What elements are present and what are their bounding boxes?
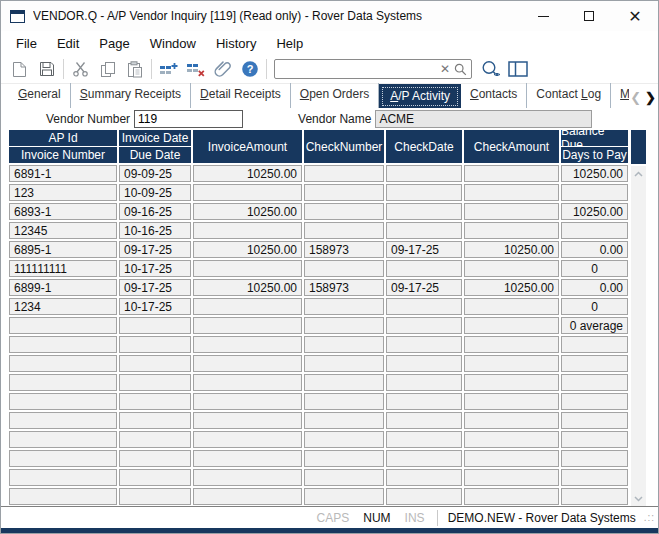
table-cell[interactable] [464,336,559,353]
table-cell[interactable]: 0 [561,260,628,277]
table-cell[interactable] [9,469,117,486]
menu-item-edit[interactable]: Edit [47,33,89,54]
table-cell[interactable] [304,298,384,315]
table-cell[interactable]: 10250.00 [464,241,559,258]
table-cell[interactable] [561,336,628,353]
table-cell[interactable]: 10250.00 [561,165,628,182]
table-cell[interactable] [386,165,462,182]
table-cell[interactable] [9,431,117,448]
table-cell[interactable] [386,393,462,410]
table-cell[interactable] [193,431,302,448]
tab-summary-receipts[interactable]: Summary Receipts [71,83,191,108]
table-cell[interactable]: 0.00 [561,279,628,296]
menu-item-help[interactable]: Help [266,33,313,54]
resize-grip[interactable]: .:: [644,512,655,523]
table-cell[interactable] [386,355,462,372]
table-cell[interactable] [386,317,462,334]
table-cell[interactable]: 10250.00 [464,279,559,296]
table-cell[interactable] [119,355,191,372]
table-cell[interactable] [193,374,302,391]
table-cell[interactable] [9,393,117,410]
table-cell[interactable] [193,412,302,429]
table-cell[interactable] [304,469,384,486]
table-cell[interactable] [561,412,628,429]
table-cell[interactable] [119,450,191,467]
table-cell[interactable] [304,431,384,448]
cut-button[interactable] [67,57,94,82]
table-cell[interactable] [119,374,191,391]
table-cell[interactable] [561,450,628,467]
table-cell[interactable] [193,222,302,239]
tab-detail-receipts[interactable]: Detail Receipts [191,83,291,108]
table-cell[interactable]: 10250.00 [561,203,628,220]
table-cell[interactable] [464,260,559,277]
insert-row-button[interactable] [155,57,182,82]
table-cell[interactable] [9,488,117,505]
table-cell[interactable] [193,450,302,467]
table-cell[interactable]: 6891-1 [9,165,117,182]
table-cell[interactable] [561,355,628,372]
table-cell[interactable] [193,488,302,505]
maximize-button[interactable] [566,1,612,31]
table-cell[interactable] [464,317,559,334]
table-cell[interactable]: 09-09-25 [119,165,191,182]
table-cell[interactable]: 158973 [304,279,384,296]
table-cell[interactable] [386,431,462,448]
table-cell[interactable] [386,203,462,220]
table-cell[interactable]: 10250.00 [193,279,302,296]
menu-item-window[interactable]: Window [140,33,206,54]
table-cell[interactable] [464,393,559,410]
delete-row-button[interactable] [182,57,209,82]
table-cell[interactable] [304,393,384,410]
tab-open-orders[interactable]: Open Orders [291,83,379,108]
table-cell[interactable] [304,374,384,391]
table-cell[interactable] [386,184,462,201]
table-cell[interactable] [561,488,628,505]
table-cell[interactable] [119,488,191,505]
table-cell[interactable] [119,412,191,429]
table-cell[interactable]: 09-16-25 [119,203,191,220]
table-cell[interactable] [386,260,462,277]
table-cell[interactable]: 10-17-25 [119,298,191,315]
table-cell[interactable]: 0.00 [561,241,628,258]
search-icon[interactable] [453,63,471,76]
table-cell[interactable] [464,450,559,467]
table-cell[interactable] [193,317,302,334]
minimize-button[interactable] [520,1,566,31]
table-cell[interactable] [464,298,559,315]
vertical-scrollbar[interactable] [631,130,646,506]
table-cell[interactable] [193,393,302,410]
table-cell[interactable] [386,450,462,467]
table-cell[interactable] [119,431,191,448]
table-cell[interactable]: 0 average [561,317,628,334]
table-cell[interactable] [9,317,117,334]
tab-general[interactable]: General [9,83,71,108]
tab-contact-log[interactable]: Contact Log [527,83,611,108]
close-button[interactable]: ✕ [612,1,658,31]
table-cell[interactable] [9,412,117,429]
table-cell[interactable] [304,355,384,372]
table-cell[interactable] [304,203,384,220]
table-cell[interactable] [193,355,302,372]
table-cell[interactable]: 09-17-25 [386,279,462,296]
paste-button[interactable] [121,57,148,82]
tab-scroll-right-icon[interactable]: ❯ [645,90,656,105]
scrollbar-track[interactable] [631,182,646,491]
menu-item-file[interactable]: File [6,33,47,54]
table-cell[interactable] [304,260,384,277]
table-cell[interactable]: 10-16-25 [119,222,191,239]
table-cell[interactable] [193,260,302,277]
tab-contacts[interactable]: Contacts [461,83,527,108]
table-cell[interactable] [304,412,384,429]
table-cell[interactable] [561,393,628,410]
layout-button[interactable] [504,57,531,82]
table-cell[interactable]: 6893-1 [9,203,117,220]
scroll-down-button[interactable] [631,491,646,506]
table-cell[interactable]: 10250.00 [193,203,302,220]
table-cell[interactable] [9,374,117,391]
table-cell[interactable] [464,431,559,448]
save-button[interactable] [33,57,60,82]
table-cell[interactable] [304,488,384,505]
table-cell[interactable] [464,222,559,239]
table-cell[interactable] [561,469,628,486]
